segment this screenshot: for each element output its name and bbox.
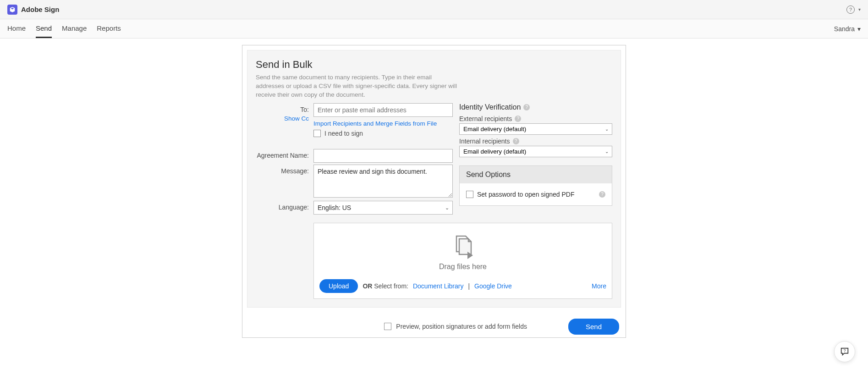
need-to-sign-row: I need to sign bbox=[313, 130, 453, 137]
drop-footer: Upload OR Select from: Document Library … bbox=[319, 279, 606, 293]
drop-caption: Drag files here bbox=[439, 263, 487, 271]
need-to-sign-label: I need to sign bbox=[324, 130, 363, 137]
upload-button[interactable]: Upload bbox=[319, 279, 358, 293]
internal-recipients-select[interactable]: Email delivery (default) bbox=[459, 146, 612, 157]
row-to: To: Show Cc Import Recipients and Merge … bbox=[256, 103, 453, 137]
info-icon[interactable]: ? bbox=[599, 191, 605, 198]
document-library-link[interactable]: Document Library bbox=[413, 282, 464, 290]
to-label: To: bbox=[300, 106, 309, 113]
send-options-body: Set password to open signed PDF ? bbox=[460, 183, 612, 205]
bottombar: Preview, position signatures or add form… bbox=[242, 312, 626, 337]
tab-reports[interactable]: Reports bbox=[97, 19, 121, 38]
to-input[interactable] bbox=[313, 103, 453, 117]
page-description: Send the same document to many recipient… bbox=[247, 73, 467, 103]
drop-illustration: Drag files here bbox=[319, 233, 606, 271]
tab-home[interactable]: Home bbox=[7, 19, 26, 38]
message-textarea[interactable] bbox=[313, 165, 453, 198]
external-recipients-label-row: External recipients ? bbox=[459, 115, 612, 122]
page: Send in Bulk Send the same document to m… bbox=[0, 39, 868, 338]
dropzone-wrap: Drag files here Upload OR Select from: D… bbox=[247, 223, 621, 299]
agreement-label: Agreement Name: bbox=[256, 149, 313, 163]
external-recipients-select[interactable]: Email delivery (default) bbox=[459, 123, 612, 135]
topbar: Adobe Sign ? ▾ bbox=[0, 0, 868, 19]
info-icon[interactable]: ? bbox=[515, 116, 521, 122]
navbar: Home Send Manage Reports Sandra ▾ bbox=[0, 19, 868, 39]
preview-check-row: Preview, position signatures or add form… bbox=[384, 323, 527, 330]
identity-verification-heading: Identity Verification ? bbox=[459, 103, 612, 111]
app-title: Adobe Sign bbox=[21, 6, 59, 13]
pipe-separator: | bbox=[468, 282, 470, 290]
send-button[interactable]: Send bbox=[568, 319, 619, 335]
internal-recipients-label-row: Internal recipients ? bbox=[459, 138, 612, 145]
row-agreement: Agreement Name: bbox=[256, 149, 453, 163]
topbar-right: ? ▾ bbox=[846, 6, 861, 14]
topbar-left: Adobe Sign bbox=[7, 5, 59, 15]
send-options-heading: Send Options bbox=[460, 166, 612, 183]
message-label: Message: bbox=[256, 165, 313, 199]
google-drive-link[interactable]: Google Drive bbox=[474, 282, 512, 290]
internal-recipients-label: Internal recipients bbox=[459, 138, 510, 145]
form-columns: To: Show Cc Import Recipients and Merge … bbox=[247, 103, 621, 216]
drop-footer-left: Upload OR Select from: Document Library … bbox=[319, 279, 512, 293]
language-label: Language: bbox=[256, 201, 313, 215]
external-recipients-label: External recipients bbox=[459, 115, 512, 122]
page-title: Send in Bulk bbox=[247, 59, 621, 73]
need-to-sign-checkbox[interactable] bbox=[313, 130, 321, 137]
preview-checkbox[interactable] bbox=[384, 323, 391, 330]
row-language: Language: English: US ⌄ bbox=[256, 201, 453, 215]
preview-label: Preview, position signatures or add form… bbox=[396, 323, 527, 330]
set-password-checkbox[interactable] bbox=[466, 191, 473, 198]
send-options-box: Send Options Set password to open signed… bbox=[459, 165, 612, 206]
form-right-column: Identity Verification ? External recipie… bbox=[459, 103, 612, 216]
files-icon bbox=[450, 233, 476, 259]
to-field-block: Import Recipients and Merge Fields from … bbox=[313, 103, 453, 137]
set-password-label: Set password to open signed PDF bbox=[477, 191, 574, 198]
agreement-name-input[interactable] bbox=[313, 149, 453, 163]
tab-send[interactable]: Send bbox=[36, 19, 52, 38]
user-menu[interactable]: Sandra ▾ bbox=[834, 19, 861, 38]
panel-inner: Send in Bulk Send the same document to m… bbox=[247, 50, 621, 308]
import-recipients-link[interactable]: Import Recipients and Merge Fields from … bbox=[313, 120, 437, 127]
dropzone-col: Drag files here Upload OR Select from: D… bbox=[256, 223, 612, 299]
chevron-down-icon: ▾ bbox=[857, 25, 861, 33]
row-message: Message: bbox=[256, 165, 453, 199]
user-name: Sandra bbox=[834, 25, 855, 33]
more-link[interactable]: More bbox=[592, 282, 606, 290]
nav-tabs: Home Send Manage Reports bbox=[7, 19, 121, 38]
info-icon[interactable]: ? bbox=[513, 138, 519, 144]
or-text: OR bbox=[363, 282, 372, 290]
identity-heading-text: Identity Verification bbox=[459, 103, 521, 111]
topbar-dropdown-icon[interactable]: ▾ bbox=[858, 7, 861, 12]
show-cc-link[interactable]: Show Cc bbox=[284, 115, 309, 122]
language-select[interactable]: English: US bbox=[313, 201, 453, 215]
select-from-text: Select from: bbox=[374, 282, 408, 290]
tab-manage[interactable]: Manage bbox=[62, 19, 87, 38]
info-icon[interactable]: ? bbox=[523, 104, 530, 110]
app-logo bbox=[7, 5, 17, 15]
file-drop-card[interactable]: Drag files here Upload OR Select from: D… bbox=[313, 223, 612, 299]
form-left-column: To: Show Cc Import Recipients and Merge … bbox=[256, 103, 453, 216]
panel: Send in Bulk Send the same document to m… bbox=[242, 45, 626, 338]
help-icon[interactable]: ? bbox=[846, 6, 855, 14]
to-label-block: To: Show Cc bbox=[256, 103, 313, 137]
